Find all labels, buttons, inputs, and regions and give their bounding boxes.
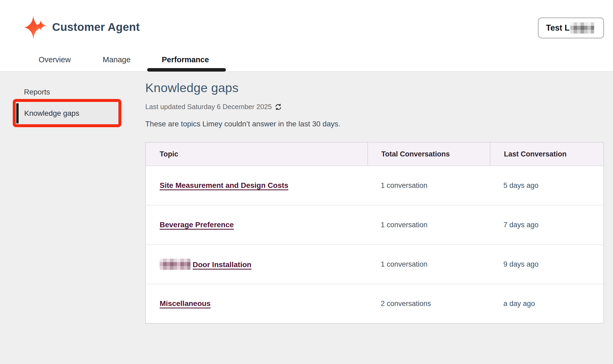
last-conversation-value: 7 days ago [503,221,539,229]
table-row: Site Measurement and Design Costs 1 conv… [146,166,603,205]
knowledge-gaps-table: Topic Total Conversations Last Conversat… [145,142,604,324]
column-header-topic: Topic [146,143,367,166]
topic-link[interactable]: Beverage Preference [160,221,234,229]
active-item-bar [16,103,19,123]
total-conversations-value: 1 conversation [381,181,428,189]
topic-link[interactable]: Site Measurement and Design Costs [160,181,288,190]
app-header: Customer Agent Test L Overview Manage Pe… [0,0,613,72]
app-window: Customer Agent Test L Overview Manage Pe… [0,0,613,364]
tab-performance[interactable]: Performance [162,54,209,65]
last-updated-row: Last updated Saturday 6 December 2025 [145,103,282,111]
last-conversation-value: 5 days ago [503,181,539,189]
redacted-topic-prefix [160,259,190,270]
redacted-account-name [570,22,594,34]
sidebar-section-reports: Reports [24,88,50,96]
total-conversations-value: 2 conversations [381,300,431,308]
table-row: Miscellaneous 2 conversations a day ago [146,284,603,323]
table-row: Door Installation 1 conversation 9 days … [146,244,603,284]
app-title: Customer Agent [52,21,140,34]
last-updated-text: Last updated Saturday 6 December 2025 [145,103,272,111]
refresh-icon[interactable] [275,103,282,111]
page-description: These are topics Limey couldn’t answer i… [145,120,340,128]
table-row: Beverage Preference 1 conversation 7 day… [146,205,603,244]
page-title: Knowledge gaps [145,80,238,95]
column-header-total-conversations: Total Conversations [367,143,490,166]
table-header-row: Topic Total Conversations Last Conversat… [146,143,603,166]
account-button[interactable]: Test L [538,18,604,38]
column-header-last-conversation: Last Conversation [490,143,603,166]
active-tab-indicator [147,68,226,72]
last-conversation-value: 9 days ago [503,260,539,268]
total-conversations-value: 1 conversation [381,260,428,268]
tab-manage[interactable]: Manage [103,54,131,65]
sidebar-item-knowledge-gaps[interactable]: Knowledge gaps [16,103,124,124]
topic-link[interactable]: Miscellaneous [160,299,210,308]
topic-link[interactable]: Door Installation [193,260,251,269]
last-conversation-value: a day ago [503,300,535,308]
sparkle-logo-icon [24,15,47,40]
account-button-label: Test L [546,23,570,33]
tab-overview[interactable]: Overview [39,54,71,65]
total-conversations-value: 1 conversation [381,221,428,229]
sidebar-item-label: Knowledge gaps [24,109,79,118]
